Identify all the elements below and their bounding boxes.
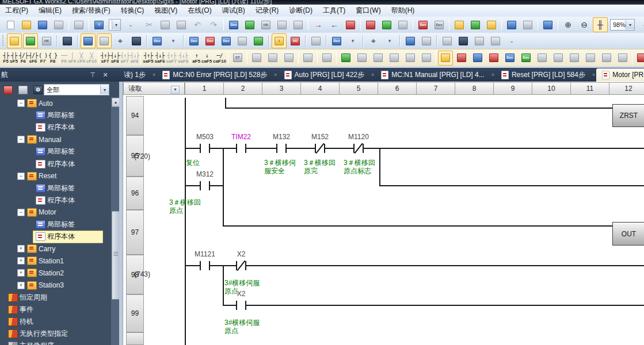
menu-item-1[interactable]: 工程(P)	[0, 5, 33, 17]
dropdown-arrow-icon[interactable]: ▾	[166, 33, 181, 48]
menu-item-3[interactable]: 搜索/替换(F)	[67, 5, 116, 17]
document-tab-6[interactable]: Motor [PRG] [LD] (只读)	[596, 68, 644, 82]
ladder-symbol-f8-button[interactable]: { }F8	[48, 50, 58, 66]
parameter-chip-icon[interactable]	[60, 33, 75, 48]
tree-item-Station3[interactable]: +Station3	[0, 279, 111, 292]
align-list-icon[interactable]	[599, 51, 614, 66]
module-door-icon[interactable]	[456, 33, 471, 48]
ladder-symbol-saf7-button[interactable]: ┤↑├saF7	[166, 50, 177, 66]
collapse-icon[interactable]: −	[17, 209, 25, 216]
document-tab-4[interactable]: MC:N1 Manual [PRG] [LD] 4...	[375, 68, 490, 82]
tree-item-Station1[interactable]: +Station1	[0, 255, 111, 267]
tree-struct-icon[interactable]	[16, 83, 30, 96]
document-tab-2[interactable]: MC:N0 Error [PRG] [LD] 528步	[157, 68, 273, 82]
paste-icon[interactable]	[174, 17, 189, 32]
ladder-symbol-f6-button[interactable]: ┤/├F6	[18, 50, 28, 66]
sample-comment-icon[interactable]	[235, 33, 250, 48]
new-project-icon[interactable]	[3, 17, 18, 32]
find-device-icon[interactable]	[470, 51, 485, 66]
document-tab-1[interactable]: 读) 1步	[118, 68, 151, 82]
transfer-read-icon[interactable]: ←	[327, 17, 342, 32]
tree-item-待机[interactable]: 待机	[0, 316, 111, 328]
expand-icon[interactable]: +	[17, 257, 25, 264]
ladder-symbol-f5-button[interactable]: ┤├F5	[2, 50, 9, 66]
align-left-icon[interactable]	[567, 51, 582, 66]
document-tab-3[interactable]: Auto [PRG] [LD] 422步	[279, 68, 370, 82]
tree-item-主登录程序[interactable]: 主登录程序	[0, 340, 111, 345]
ladder-symbol-cf10-button[interactable]: ╳cF10	[86, 50, 97, 66]
align-right-icon[interactable]	[583, 51, 598, 66]
scroll-up-icon[interactable]: ▲	[112, 98, 119, 107]
ladder-symbol-cf9-button[interactable]: ╳cF9	[77, 50, 86, 66]
tree-item-局部标签[interactable]: 局部标签	[0, 182, 111, 194]
device-q-icon[interactable]: Dev	[502, 51, 517, 66]
find-back-icon[interactable]	[371, 51, 386, 66]
verify-with-plc-icon[interactable]: HK	[258, 17, 273, 32]
dropdown-arrow-icon[interactable]: ▾	[345, 33, 360, 48]
tree-item-局部标签[interactable]: 局部标签	[0, 145, 111, 158]
project-window-icon[interactable]	[7, 33, 22, 48]
sort-order-icon[interactable]	[1, 83, 15, 96]
zoom-in-icon[interactable]: ⊕	[561, 17, 576, 32]
tree-item-局部标签[interactable]: 局部标签	[0, 218, 111, 231]
contact-M1120[interactable]	[353, 144, 364, 153]
comment-edit-icon[interactable]	[251, 33, 266, 48]
ladder-symbol-caf10-button[interactable]: ─∕caF10	[212, 50, 227, 66]
contact-M312[interactable]	[200, 181, 210, 190]
ladder-symbol-sf6-button[interactable]: ┤/├sF6	[28, 50, 38, 66]
tree-item-局部标签[interactable]: 局部标签	[0, 109, 111, 121]
connect-2-icon[interactable]	[551, 51, 566, 66]
instruction-box-OUT[interactable]: OUT	[612, 222, 644, 246]
contact-M503[interactable]	[200, 144, 210, 153]
menu-item-9[interactable]: 诊断(D)	[284, 5, 318, 17]
ladder-symbol-caf5-button[interactable]: ↓caF5	[201, 50, 212, 66]
stamp-icon[interactable]	[308, 33, 323, 48]
copy-icon[interactable]	[158, 17, 173, 32]
ladder-read-icon[interactable]	[355, 51, 369, 66]
menu-item-12[interactable]: 帮助(H)	[386, 5, 420, 17]
tree-scrollbar[interactable]: ▲	[111, 97, 119, 345]
tree-item-Motor[interactable]: −Motor	[0, 206, 111, 218]
menu-item-10[interactable]: 工具(T)	[318, 5, 350, 17]
feedback-icon[interactable]	[71, 17, 86, 32]
note-insert-icon[interactable]	[468, 17, 483, 32]
tree-item-Auto[interactable]: −Auto	[0, 97, 111, 109]
contact-X2[interactable]	[236, 261, 246, 270]
wire-draw-icon[interactable]	[438, 51, 453, 66]
device-batch-icon[interactable]: Dev	[203, 33, 218, 48]
device-test-icon[interactable]	[300, 51, 315, 66]
wire-block-icon[interactable]	[615, 51, 630, 66]
contact-TIM22[interactable]	[236, 144, 246, 153]
tree-item-无执行类型指定[interactable]: 无执行类型指定	[0, 328, 111, 340]
ladder-symbol-sf9-button[interactable]: │sF9	[67, 50, 77, 66]
docking-window-icon[interactable]	[23, 33, 38, 48]
tree-item-事件[interactable]: 事件	[0, 304, 111, 316]
watch-stop-icon[interactable]	[395, 17, 410, 32]
toolbar-overflow-icon[interactable]: ⌄	[504, 33, 519, 48]
read-from-plc-icon[interactable]	[242, 17, 257, 32]
close-icon[interactable]: ✕	[100, 70, 110, 80]
tree-item-Station2[interactable]: +Station2	[0, 267, 111, 279]
list-display-icon[interactable]	[97, 33, 112, 48]
user-library-icon[interactable]	[488, 33, 503, 48]
menu-item-11[interactable]: 窗口(W)	[350, 5, 386, 17]
transfer-write-icon[interactable]: →	[311, 17, 326, 32]
watch-run-icon[interactable]	[379, 17, 394, 32]
dropdown-arrow-icon[interactable]: ▾	[382, 33, 397, 48]
ladder-symbol-saf8-button[interactable]: ┤↓├saF8	[177, 50, 189, 66]
toolbar-overflow-icon[interactable]: ⌄	[123, 17, 138, 32]
menu-item-7[interactable]: 调试(B)	[217, 5, 250, 17]
menu-item-6[interactable]: 在线(O)	[182, 5, 216, 17]
cross-reference-icon[interactable]: ⌖	[366, 33, 381, 48]
tree-item-程序本体[interactable]: 程序本体	[0, 158, 111, 170]
chevron-down-icon[interactable]: ▼	[626, 20, 634, 29]
line-conv-icon[interactable]	[419, 51, 434, 66]
device-tree-icon[interactable]: Dev	[219, 33, 234, 48]
note-write-icon[interactable]	[452, 17, 467, 32]
expand-icon[interactable]: +	[17, 245, 25, 252]
coil-search-icon[interactable]	[265, 51, 280, 66]
contact-X2[interactable]	[236, 301, 246, 310]
tree-item-程序本体[interactable]: 程序本体	[0, 121, 111, 133]
help-icon[interactable]: ?	[92, 17, 106, 32]
statement-icon[interactable]	[319, 51, 334, 66]
